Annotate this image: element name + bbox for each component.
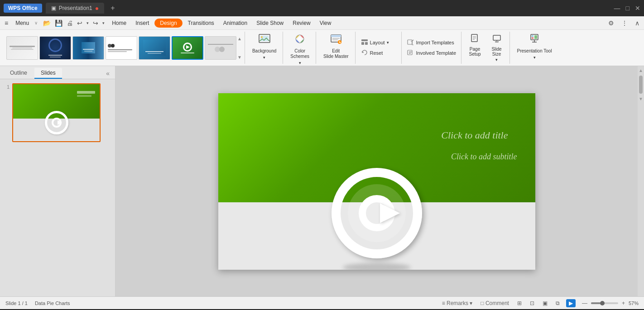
title-placeholder[interactable]: Click to add title [441, 129, 508, 141]
import-templates-button[interactable]: Import Templates [404, 38, 457, 48]
scroll-up-arrow[interactable]: ▲ [638, 67, 644, 74]
tab-transitions[interactable]: Transitions [184, 19, 218, 28]
canvas-scrollbar[interactable]: ▲ ▼ [638, 66, 644, 296]
more-options-icon[interactable]: ⋮ [620, 19, 630, 28]
slide-panel: 1 [0, 79, 115, 296]
theme-thumb-2[interactable] [39, 36, 71, 60]
presentation-tool-label: Presentation Tool [517, 48, 552, 54]
svg-point-5 [298, 37, 302, 41]
minimize-button[interactable]: — [614, 5, 620, 12]
comment-button[interactable]: □ Comment [479, 300, 511, 307]
theme-thumb-4[interactable] [106, 36, 137, 60]
background-section: Background ▾ [246, 32, 283, 64]
zoom-plus-button[interactable]: + [620, 300, 627, 307]
tab-design[interactable]: Design [154, 19, 182, 28]
sidebar-tabs: Outline Slides « [0, 66, 115, 79]
scroll-down-arrow[interactable]: ▼ [638, 95, 644, 102]
menu-chevron: ∨ [34, 20, 38, 25]
redo-chevron[interactable]: ▾ [101, 20, 106, 26]
slide-size-button[interactable]: SlideSize ▾ [487, 32, 507, 64]
theme-thumb-1[interactable] [6, 36, 38, 60]
page-setup-label: PageSetup [469, 47, 481, 57]
template-name: Data Pie Charts [35, 300, 70, 306]
tab-home[interactable]: Home [108, 19, 130, 28]
view-grid-button[interactable]: ⊡ [528, 300, 536, 307]
color-schemes-label: ColorSchemes [290, 48, 309, 59]
collapse-ribbon-icon[interactable]: ∧ [633, 19, 641, 28]
svg-rect-15 [408, 40, 412, 44]
zoom-handle[interactable] [600, 301, 605, 305]
involved-template-button[interactable]: Involved Template [404, 48, 459, 58]
theme-thumb-6[interactable] [172, 36, 203, 60]
settings-icon[interactable]: ⚙ [606, 19, 616, 28]
status-right-controls: ≡ Remarks ▾ □ Comment ⊞ ⊡ ▣ ⧉ ▶ — + 57% [440, 299, 639, 307]
slide-size-icon [492, 33, 502, 46]
save-icon[interactable]: 💾 [53, 19, 64, 28]
theme-scroll[interactable]: ▲ ▼ [237, 36, 242, 60]
color-schemes-icon [293, 33, 306, 47]
import-templates-icon [407, 39, 414, 47]
color-schemes-button[interactable]: ColorSchemes ▾ [287, 32, 313, 67]
theme-thumb-5[interactable] [139, 36, 170, 60]
slides-tab[interactable]: Slides [34, 68, 62, 79]
reset-button[interactable]: Reset [358, 48, 386, 58]
tab-slideshow[interactable]: Slide Show [253, 19, 287, 28]
background-button[interactable]: Background ▾ [249, 32, 280, 62]
tab-animation[interactable]: Animation [220, 19, 251, 28]
hamburger-menu-icon[interactable]: ≡ [3, 19, 10, 28]
print-icon[interactable]: 🖨 [65, 19, 75, 28]
layout-button[interactable]: Layout ▾ [358, 38, 392, 48]
menu-label[interactable]: Menu [12, 19, 33, 28]
canvas-wrapper: Click to add title Click to add subtitle [115, 66, 638, 296]
slide-size-chevron: ▾ [495, 57, 498, 62]
page-size-section: PageSetup SlideSize ▾ [462, 32, 510, 64]
zoom-track[interactable] [591, 302, 618, 304]
add-tab-button[interactable]: + [108, 4, 117, 12]
slide-logo [325, 161, 429, 265]
presentation-tool-button[interactable]: Presentation Tool ▾ [514, 32, 556, 62]
play-button[interactable]: ▶ [566, 299, 576, 307]
redo-icon[interactable]: ↪ [91, 19, 100, 28]
zoom-controls: — + 57% [580, 300, 639, 307]
undo-icon[interactable]: ↩ [75, 19, 84, 28]
presentation-tool-chevron: ▾ [533, 55, 536, 60]
color-schemes-chevron: ▾ [299, 61, 301, 65]
scroll-thumb[interactable] [639, 76, 643, 94]
color-schemes-section: ColorSchemes ▾ [284, 32, 316, 64]
page-setup-button[interactable]: PageSetup [465, 32, 485, 64]
restore-button[interactable]: □ [626, 5, 630, 12]
outline-tab[interactable]: Outline [4, 68, 34, 79]
slide-canvas[interactable]: Click to add title Click to add subtitle [218, 93, 535, 270]
theme-thumb-3[interactable] [72, 36, 104, 60]
wps-office-button[interactable]: WPS Office [4, 4, 42, 13]
tab-insert[interactable]: Insert [132, 19, 153, 28]
tab-view[interactable]: View [316, 19, 335, 28]
view-notes-button[interactable]: ▣ [541, 300, 549, 307]
svg-text:✎: ✎ [338, 41, 341, 44]
svg-rect-7 [331, 35, 341, 37]
view-reading-button[interactable]: ⧉ [554, 300, 562, 307]
layout-chevron: ▾ [387, 40, 389, 45]
document-tab[interactable]: ▣ Presentation1 ● [46, 3, 105, 14]
theme-6-logo [183, 43, 192, 52]
slide-thumbnail[interactable] [12, 83, 101, 142]
undo-chevron[interactable]: ▾ [85, 20, 91, 26]
list-item[interactable]: 1 [2, 82, 113, 143]
zoom-minus-button[interactable]: — [580, 300, 589, 307]
reset-icon [361, 49, 368, 57]
close-button[interactable]: ✕ [635, 5, 640, 12]
remarks-button[interactable]: ≡ Remarks ▾ [440, 300, 475, 307]
tab-review[interactable]: Review [289, 19, 314, 28]
slide-size-label: SlideSize [491, 47, 501, 57]
import-templates-label: Import Templates [416, 40, 454, 45]
background-icon [258, 33, 271, 47]
slide-number-label: 1 [3, 83, 10, 90]
view-normal-button[interactable]: ⊞ [515, 300, 524, 307]
svg-rect-31 [532, 37, 533, 39]
open-icon[interactable]: 📂 [41, 19, 53, 28]
collapse-sidebar-button[interactable]: « [104, 69, 111, 78]
background-chevron: ▾ [263, 55, 265, 60]
subtitle-placeholder[interactable]: Click to add subtitle [451, 152, 517, 162]
edit-slide-master-button[interactable]: ✎ EditSlide Master [320, 32, 352, 61]
theme-thumb-7[interactable] [205, 36, 236, 60]
